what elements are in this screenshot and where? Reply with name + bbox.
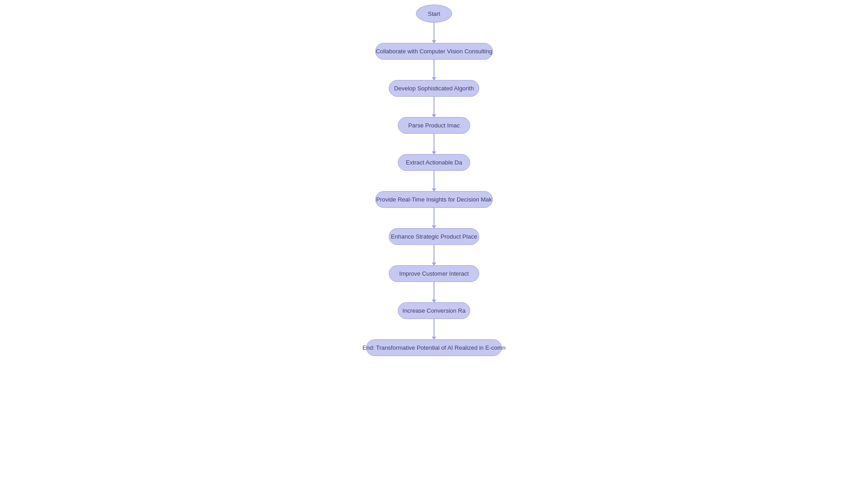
node-improve[interactable]: Improve Customer Interact <box>389 265 479 282</box>
node-extract[interactable]: Extract Actionable Da <box>398 154 470 171</box>
connector-5 <box>434 171 434 191</box>
flowchart: Start Collaborate with Computer Vision C… <box>366 0 502 356</box>
connector-6 <box>434 208 434 228</box>
node-start[interactable]: Start <box>416 5 452 23</box>
node-provide[interactable]: Provide Real-Time Insights for Decision … <box>375 191 493 208</box>
node-develop[interactable]: Develop Sophisticated Algorith <box>389 80 479 97</box>
node-enhance[interactable]: Enhance Strategic Product Place <box>389 228 479 245</box>
connector-1 <box>434 23 434 43</box>
connector-2 <box>434 60 434 80</box>
node-parse[interactable]: Parse Product Imac <box>398 117 470 134</box>
node-collaborate[interactable]: Collaborate with Computer Vision Consult… <box>375 43 493 60</box>
connector-9 <box>434 319 434 339</box>
connector-8 <box>434 282 434 302</box>
connector-3 <box>434 97 434 117</box>
node-end[interactable]: End: Transformative Potential of AI Real… <box>366 339 502 356</box>
connector-7 <box>434 245 434 265</box>
node-increase[interactable]: Increase Conversion Ra <box>398 302 470 319</box>
connector-4 <box>434 134 434 154</box>
